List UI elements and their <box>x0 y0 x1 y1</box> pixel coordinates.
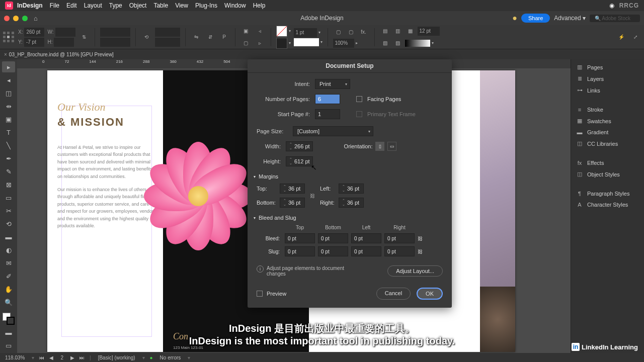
free-transform-tool-icon[interactable]: ⟲ <box>2 218 15 229</box>
page-nav-first-icon[interactable]: ⏮ <box>39 355 44 360</box>
rotate-field[interactable] <box>155 28 180 37</box>
tab-close-icon[interactable]: × <box>4 52 7 57</box>
opacity-field[interactable]: 100% <box>333 39 354 48</box>
select-content-icon[interactable]: ▢ <box>240 38 252 49</box>
bleed-section-head[interactable]: Bleed and Slug <box>254 215 443 221</box>
menu-help[interactable]: Help <box>253 2 266 9</box>
page-nav-last-icon[interactable]: ⏭ <box>79 355 85 360</box>
cancel-button[interactable]: Cancel <box>376 288 411 300</box>
rectangle-frame-tool-icon[interactable]: ⊠ <box>2 179 15 190</box>
scale-y-field[interactable] <box>100 38 130 47</box>
eyedropper-tool-icon[interactable]: ✐ <box>2 270 15 282</box>
margin-left-field[interactable]: 36 pt <box>339 184 364 194</box>
stroke-style[interactable] <box>294 38 319 46</box>
selection-tool-icon[interactable]: ▸ <box>2 61 15 72</box>
adjust-layout-button[interactable]: Adjust Layout... <box>387 265 443 277</box>
menu-table[interactable]: Table <box>153 2 168 9</box>
close-window-icon[interactable] <box>4 16 10 21</box>
stroke-weight-field[interactable]: 1 pt <box>294 28 317 37</box>
note-tool-icon[interactable]: ✉ <box>2 257 15 268</box>
w-field[interactable] <box>55 28 75 37</box>
apply-color-icon[interactable]: ▬ <box>2 327 15 338</box>
wrap-jump-icon[interactable]: ▧ <box>380 38 391 49</box>
document-tab[interactable]: × 03_HP_Brochure.indd @ 118% [GPU Previe… <box>0 49 644 59</box>
page-nav-prev-icon[interactable]: ◀ <box>49 355 53 360</box>
menu-plugins[interactable]: Plug-Ins <box>195 2 217 9</box>
pencil-tool-icon[interactable]: ✎ <box>2 166 15 177</box>
home-icon[interactable]: ⌂ <box>34 15 38 22</box>
menu-type[interactable]: Type <box>109 2 122 9</box>
zoom-field[interactable]: 118.03% <box>3 355 27 360</box>
menu-layout[interactable]: Layout <box>84 2 102 9</box>
margin-bottom-field[interactable]: 36 pt <box>280 198 305 208</box>
fx-icon[interactable]: fx. <box>358 27 369 38</box>
height-field[interactable]: 612 pt <box>286 156 313 166</box>
link-bleed-icon[interactable]: ⛓ <box>418 236 428 241</box>
rotate-icon[interactable]: ⟲ <box>141 32 152 43</box>
errors-status[interactable]: No errors <box>158 355 183 360</box>
gap-tool-icon[interactable]: ⇹ <box>2 101 15 112</box>
gradient-feather-tool-icon[interactable]: ◐ <box>2 244 15 255</box>
panel-links[interactable]: ⊶Links <box>571 84 644 96</box>
slug-bottom-field[interactable]: 0 pt <box>318 246 348 256</box>
share-button[interactable]: Share <box>521 14 550 23</box>
x-field[interactable]: 260 pt <box>24 28 44 37</box>
ref-point-grid[interactable] <box>3 31 15 43</box>
panel-gradient[interactable]: ▬Gradient <box>571 127 644 138</box>
panel-character-styles[interactable]: ACharacter Styles <box>571 199 644 210</box>
stock-search[interactable]: 🔍 Adobe Stock <box>590 15 640 22</box>
scissors-tool-icon[interactable]: ✂ <box>2 205 15 216</box>
cc-icon[interactable]: ◉ <box>609 2 614 9</box>
quick-apply-icon[interactable]: ⚡ <box>616 32 627 43</box>
minimize-window-icon[interactable] <box>13 16 19 21</box>
bleed-bottom-field[interactable]: 0 pt <box>318 233 348 243</box>
y-field[interactable]: -7 pt <box>24 38 44 47</box>
panel-pages[interactable]: ▥Pages <box>571 61 644 73</box>
orientation-landscape-icon[interactable]: ▭ <box>387 142 396 151</box>
p-icon[interactable]: P <box>219 32 230 43</box>
rectangle-tool-icon[interactable]: ▭ <box>2 192 15 203</box>
panel-layers[interactable]: ≣Layers <box>571 73 644 84</box>
panel-swatches[interactable]: ▦Swatches <box>571 115 644 127</box>
panel-object-styles[interactable]: ◫Object Styles <box>571 168 644 180</box>
margin-right-field[interactable]: 36 pt <box>339 198 364 208</box>
slug-top-field[interactable]: 0 pt <box>285 246 315 256</box>
prev-obj-icon[interactable]: ◃ <box>255 26 266 37</box>
link-slug-icon[interactable]: ⛓ <box>418 249 428 254</box>
stroke-swatch[interactable] <box>276 38 287 49</box>
page-field[interactable]: 2 <box>58 355 65 360</box>
menu-file[interactable]: File <box>50 2 59 9</box>
wrap-bbox-icon[interactable]: ▥ <box>392 26 404 37</box>
workspace-switcher[interactable]: Advanced ▾ <box>554 15 586 22</box>
preview-checkbox[interactable] <box>257 291 263 297</box>
pagesize-select[interactable]: [Custom] <box>293 126 373 136</box>
slug-left-field[interactable]: 0 pt <box>351 246 381 256</box>
working-mode[interactable]: [Basic] (working) <box>96 355 137 360</box>
link-margins-icon[interactable]: ⛓ <box>309 193 316 199</box>
gap-field[interactable]: 12 pt <box>418 27 440 36</box>
intent-select[interactable]: Print <box>315 79 350 89</box>
wrap-shape-icon[interactable]: ▦ <box>405 26 416 37</box>
bleed-top-field[interactable]: 0 pt <box>285 233 315 243</box>
scale-x-field[interactable] <box>100 28 130 37</box>
drop-shadow-icon[interactable]: ▢ <box>333 27 344 38</box>
width-field[interactable]: 266 pt <box>286 141 313 151</box>
select-container-icon[interactable]: ▣ <box>240 26 252 37</box>
wrap-none-icon[interactable]: ▤ <box>380 26 391 37</box>
wrap-col-icon[interactable]: ▨ <box>392 38 404 49</box>
fill-swatch[interactable] <box>276 26 287 37</box>
direct-selection-tool-icon[interactable]: ◂ <box>2 74 15 85</box>
h-field[interactable] <box>54 38 74 47</box>
shear-field[interactable] <box>155 38 180 47</box>
menu-window[interactable]: Window <box>224 2 246 9</box>
panel-cclibraries[interactable]: ◫CC Libraries <box>571 138 644 149</box>
bleed-left-field[interactable]: 0 pt <box>351 233 381 243</box>
margin-top-field[interactable]: 36 pt <box>280 184 305 194</box>
panel-paragraph-styles[interactable]: ¶Paragraph Styles <box>571 188 644 199</box>
panel-effects[interactable]: fxEffects <box>571 157 644 168</box>
next-obj-icon[interactable]: ▹ <box>255 38 266 49</box>
gradient-swatch-tool-icon[interactable]: ▬ <box>2 231 15 242</box>
flip-v-icon[interactable]: ⇵ <box>205 32 216 43</box>
menu-object[interactable]: Object <box>129 2 147 9</box>
feather-icon[interactable]: ▢ <box>346 27 357 38</box>
